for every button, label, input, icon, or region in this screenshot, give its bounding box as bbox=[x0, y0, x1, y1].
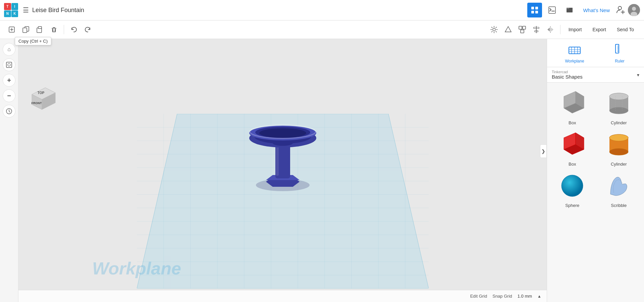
shape-button[interactable] bbox=[502, 23, 515, 36]
svg-rect-29 bbox=[523, 26, 526, 29]
bottom-bar: Edit Grid Snap Grid 1.0 mm ▲ bbox=[18, 290, 547, 302]
add-user-button[interactable] bbox=[616, 5, 625, 15]
paste-button[interactable] bbox=[34, 23, 46, 36]
snap-grid-label: Snap Grid bbox=[492, 294, 512, 299]
shape-item-scribble[interactable]: Scribble bbox=[598, 171, 640, 208]
camera-btn[interactable] bbox=[3, 105, 15, 118]
workplane-btn[interactable]: Workplane bbox=[565, 42, 584, 63]
shapes-dropdown[interactable]: Tinkercad Basic Shapes ▾ bbox=[547, 67, 644, 83]
code-view-btn[interactable] bbox=[545, 3, 559, 17]
copy-tooltip: Copy (Ctrl + C) bbox=[15, 37, 51, 45]
shape-item-box-red[interactable]: Box bbox=[551, 129, 594, 167]
svg-marker-36 bbox=[551, 28, 553, 32]
svg-line-23 bbox=[491, 27, 492, 28]
box-red-preview bbox=[555, 129, 589, 160]
box-gray-label: Box bbox=[569, 120, 576, 125]
svg-point-11 bbox=[632, 7, 636, 11]
grid-view-btn[interactable] bbox=[527, 3, 542, 17]
svg-rect-1 bbox=[535, 7, 538, 9]
svg-marker-35 bbox=[547, 28, 550, 32]
svg-rect-2 bbox=[531, 11, 534, 13]
svg-rect-37 bbox=[6, 62, 12, 68]
shape-item-cylinder-gray[interactable]: Cylinder bbox=[598, 88, 640, 125]
svg-point-38 bbox=[8, 63, 10, 66]
zoom-out-btn[interactable]: − bbox=[3, 89, 15, 102]
edit-grid-button[interactable]: Edit Grid bbox=[470, 294, 487, 299]
cylinder-orange-label: Cylinder bbox=[611, 162, 627, 167]
logo-k: K bbox=[11, 10, 18, 17]
ruler-label: Ruler bbox=[615, 59, 625, 63]
right-panel-top: Workplane Ruler bbox=[547, 39, 644, 67]
chevron-down-icon: ▾ bbox=[637, 72, 639, 78]
shapes-category: Basic Shapes bbox=[552, 74, 583, 80]
zoom-in-btn[interactable]: + bbox=[3, 74, 15, 87]
fountain-3d-model[interactable] bbox=[236, 66, 330, 193]
cylinder-gray-label: Cylinder bbox=[611, 120, 627, 125]
shape-item-box-gray[interactable]: Box bbox=[551, 88, 594, 125]
svg-point-103 bbox=[609, 93, 628, 100]
svg-text:FRONT: FRONT bbox=[32, 101, 42, 105]
menu-icon[interactable]: ☰ bbox=[23, 6, 29, 14]
box-gray-preview bbox=[555, 88, 589, 118]
svg-rect-0 bbox=[531, 7, 534, 9]
snap-grid-value: 1.0 mm bbox=[518, 294, 532, 299]
project-title[interactable]: Leise Bird Fountain bbox=[32, 7, 524, 14]
svg-rect-17 bbox=[38, 27, 42, 29]
redo-button[interactable] bbox=[82, 23, 94, 36]
tinkercad-logo[interactable]: T I N K bbox=[4, 3, 18, 17]
main-toolbar: Copy (Ctrl + C) bbox=[0, 20, 644, 39]
svg-point-113 bbox=[609, 134, 628, 141]
svg-rect-3 bbox=[535, 11, 538, 13]
shape-item-cylinder-orange[interactable]: Cylinder bbox=[598, 129, 640, 167]
shape-item-sphere-blue[interactable]: Sphere bbox=[551, 171, 594, 208]
tinkercad-label: Tinkercad bbox=[552, 70, 583, 74]
svg-marker-27 bbox=[505, 27, 511, 32]
delete-button[interactable] bbox=[48, 23, 60, 36]
files-btn[interactable] bbox=[562, 3, 577, 17]
svg-rect-4 bbox=[549, 7, 555, 13]
svg-point-102 bbox=[609, 107, 628, 114]
svg-point-114 bbox=[561, 175, 583, 197]
ruler-btn[interactable]: Ruler bbox=[613, 42, 626, 63]
export-button[interactable]: Export bbox=[588, 23, 610, 36]
svg-point-7 bbox=[618, 6, 622, 10]
svg-point-79 bbox=[259, 128, 306, 138]
svg-line-24 bbox=[496, 31, 496, 32]
send-to-button[interactable]: Send To bbox=[612, 23, 639, 36]
view-cube[interactable]: TOP FRONT bbox=[25, 83, 55, 113]
svg-text:TOP: TOP bbox=[38, 91, 45, 95]
user-avatar[interactable] bbox=[628, 4, 640, 16]
align-button[interactable] bbox=[530, 23, 543, 36]
scribble-preview bbox=[602, 171, 636, 201]
mirror-button[interactable] bbox=[544, 23, 557, 36]
left-view-controls: ⌂ + − bbox=[0, 39, 18, 302]
svg-point-112 bbox=[609, 148, 628, 155]
svg-line-26 bbox=[491, 31, 492, 32]
svg-line-25 bbox=[496, 27, 496, 28]
nav-right-area: What's New bbox=[527, 3, 640, 17]
sphere-blue-preview bbox=[555, 171, 589, 201]
svg-point-81 bbox=[273, 140, 293, 146]
scribble-label: Scribble bbox=[611, 203, 627, 208]
canvas-area[interactable]: TOP FRONT bbox=[18, 39, 547, 302]
panel-collapse-button[interactable]: ❯ bbox=[540, 144, 547, 158]
workplane-icon bbox=[568, 42, 581, 57]
light-button[interactable] bbox=[488, 23, 500, 36]
ruler-icon bbox=[613, 42, 626, 57]
svg-rect-30 bbox=[521, 30, 524, 33]
undo-button[interactable] bbox=[67, 23, 80, 36]
copy-button[interactable] bbox=[19, 23, 32, 36]
import-button[interactable]: Import bbox=[564, 23, 587, 36]
home-view-btn[interactable]: ⌂ bbox=[3, 43, 15, 56]
logo-i: I bbox=[11, 3, 18, 10]
whats-new-link[interactable]: What's New bbox=[580, 5, 613, 15]
snap-up-button[interactable]: ▲ bbox=[537, 294, 541, 299]
cylinder-gray-preview bbox=[602, 88, 636, 118]
top-navigation: T I N K ☰ Leise Bird Fountain bbox=[0, 0, 644, 20]
logo-t: T bbox=[4, 3, 11, 10]
fit-view-btn[interactable] bbox=[3, 58, 15, 71]
new-button[interactable] bbox=[5, 23, 18, 36]
svg-rect-28 bbox=[519, 26, 522, 29]
group-button[interactable] bbox=[516, 23, 529, 36]
toolbar-right-area: Import Export Send To bbox=[488, 23, 639, 36]
